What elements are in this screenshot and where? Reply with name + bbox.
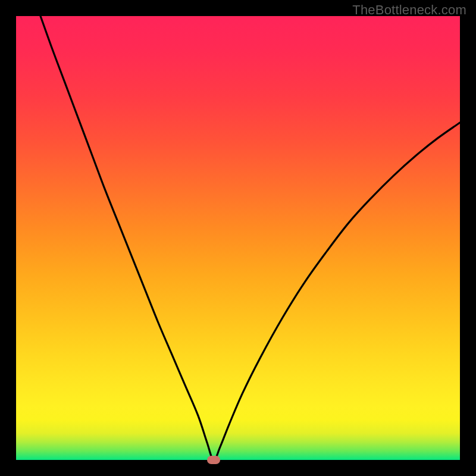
bottleneck-curve xyxy=(16,16,460,460)
curve-path xyxy=(40,16,460,460)
minimum-marker xyxy=(207,456,220,464)
plot-area xyxy=(16,16,460,460)
watermark-text: TheBottleneck.com xyxy=(352,2,466,18)
chart-frame: TheBottleneck.com xyxy=(0,0,476,476)
